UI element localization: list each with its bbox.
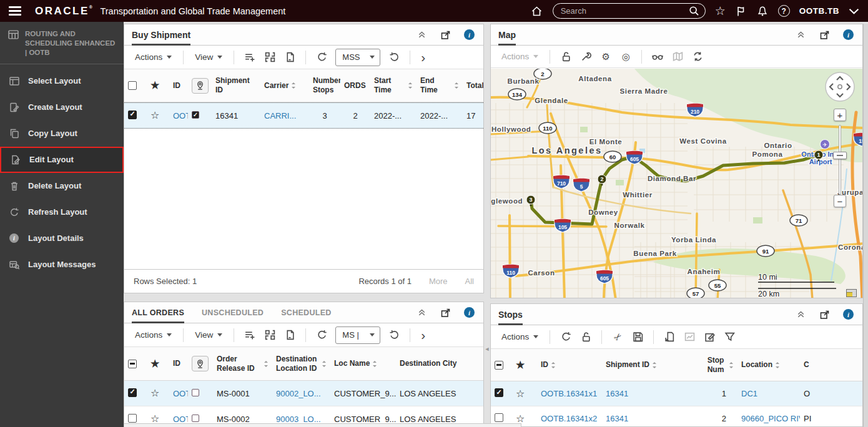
search-input[interactable]: [561, 6, 689, 16]
col-location[interactable]: Location: [737, 358, 800, 372]
destination-location-link[interactable]: 90002_LO...: [272, 389, 330, 398]
col-shipment-id[interactable]: Shipment ID: [602, 358, 665, 372]
map-layers-icon[interactable]: [668, 49, 688, 65]
glasses-icon[interactable]: [648, 49, 668, 65]
chart-icon[interactable]: [679, 329, 699, 345]
saved-search-select[interactable]: MSS: [335, 49, 380, 66]
shipment-id-link[interactable]: OOTB...: [169, 111, 188, 120]
pin-checkbox[interactable]: [192, 415, 199, 422]
refresh-icon[interactable]: [312, 49, 332, 66]
sidebar-item-create-layout[interactable]: Create Layout: [0, 94, 124, 120]
col-stop-num[interactable]: Stop Num: [665, 353, 737, 377]
zoom-out-button[interactable]: −: [834, 195, 846, 207]
wrench-icon[interactable]: [576, 49, 596, 65]
favorite-star-icon[interactable]: ☆: [516, 389, 525, 399]
sidebar-item-layout-messages[interactable]: Layout Messages: [0, 252, 124, 278]
search-box[interactable]: [553, 3, 706, 19]
sidebar-item-delete-layout[interactable]: Delete Layout: [0, 173, 124, 199]
select-all-checkbox[interactable]: [128, 81, 137, 90]
col-carrier[interactable]: Carrier: [260, 79, 309, 93]
map-compass-control[interactable]: [824, 71, 856, 103]
refresh-icon[interactable]: [556, 329, 576, 345]
cut-icon[interactable]: ✂: [608, 329, 628, 345]
col-shipment-id[interactable]: Shipment ID: [212, 74, 260, 97]
favorite-star-icon[interactable]: ☆: [516, 414, 525, 424]
popout-icon[interactable]: [819, 30, 829, 40]
tab-all-orders[interactable]: ALL ORDERS: [132, 302, 184, 323]
arrange-icon[interactable]: [260, 49, 280, 66]
popout-icon[interactable]: [819, 310, 829, 320]
user-chevron-icon[interactable]: [849, 8, 859, 14]
reload-icon[interactable]: [384, 49, 404, 66]
shipment-row[interactable]: ☆ OOTB... 16341 CARRI... 3 2 2022-... 20…: [124, 102, 483, 129]
notifications-bell-icon[interactable]: [756, 5, 769, 17]
zoom-slider-track[interactable]: [839, 125, 841, 195]
col-destination-city[interactable]: Destination City: [396, 356, 484, 371]
col-start-time[interactable]: Start Time: [370, 74, 417, 97]
col-order-release-id[interactable]: Order Release ID: [213, 352, 272, 376]
location-link[interactable]: DC1: [737, 389, 800, 398]
settings-gear-icon[interactable]: ⚙: [596, 49, 616, 65]
edit-icon[interactable]: [699, 329, 719, 345]
flag-icon[interactable]: [735, 5, 747, 17]
unlock-icon[interactable]: [556, 49, 576, 65]
refresh-icon[interactable]: [312, 327, 332, 343]
col-end-time[interactable]: End Time: [417, 74, 463, 97]
saved-search-select[interactable]: MS |: [335, 326, 380, 344]
order-id-link[interactable]: OOTB...: [169, 389, 188, 398]
row-checkbox[interactable]: [495, 388, 503, 397]
view-button[interactable]: View: [189, 52, 228, 62]
carrier-link[interactable]: CARRI...: [260, 111, 309, 120]
stop-id-link[interactable]: OOTB.16341x2: [537, 414, 602, 423]
document-icon[interactable]: [280, 49, 300, 66]
sidebar-item-copy-layout[interactable]: Copy Layout: [0, 120, 124, 147]
target-icon[interactable]: ◎: [616, 49, 636, 65]
shipment-id-link[interactable]: 16341: [602, 414, 665, 423]
row-checkbox[interactable]: [128, 388, 137, 397]
col-c[interactable]: C: [800, 358, 863, 372]
location-link[interactable]: 90660_PICO RIVERA: [737, 414, 800, 423]
home-icon[interactable]: [530, 5, 543, 17]
collapse-panel-icon[interactable]: [796, 310, 806, 319]
map-pin-icon[interactable]: [192, 356, 209, 371]
export-icon[interactable]: [659, 329, 679, 345]
reload-icon[interactable]: [384, 327, 404, 343]
scrollbar-strip[interactable]: [863, 24, 868, 427]
info-icon[interactable]: i: [843, 309, 854, 320]
stop-row[interactable]: ☆ OOTB.16341x2 16341 2 90660_PICO RIVERA…: [491, 406, 862, 427]
favorite-star-icon[interactable]: ☆: [150, 388, 159, 398]
menu-icon[interactable]: [9, 6, 21, 16]
help-icon[interactable]: ?: [778, 5, 790, 17]
favorite-column-icon[interactable]: ★: [150, 81, 159, 91]
row-checkbox[interactable]: [128, 414, 137, 423]
search-icon[interactable]: [689, 6, 699, 16]
col-id[interactable]: ID: [169, 356, 188, 371]
more-button[interactable]: More: [429, 277, 448, 286]
order-id-link[interactable]: OOTB...: [169, 415, 188, 424]
info-icon[interactable]: i: [843, 29, 854, 40]
stop-id-link[interactable]: OOTB.16341x1: [537, 389, 602, 398]
info-icon[interactable]: i: [464, 29, 475, 40]
shipment-id-link[interactable]: 16341: [602, 389, 665, 398]
map-canvas[interactable]: 21341106071915755210605710510560511015Bu…: [491, 69, 862, 298]
sidebar-item-select-layout[interactable]: Select Layout: [0, 68, 124, 94]
unlock-icon[interactable]: [576, 329, 596, 345]
col-total-actual-cost[interactable]: Total Actual Cost: [463, 79, 484, 93]
actions-button[interactable]: Actions: [129, 330, 177, 340]
favorite-star-icon[interactable]: ☆: [150, 110, 159, 120]
select-all-checkbox[interactable]: [128, 360, 137, 368]
collapse-panel-icon[interactable]: [796, 30, 806, 39]
popout-icon[interactable]: [440, 30, 450, 40]
destination-location-link[interactable]: 90003_LO...: [272, 415, 330, 424]
col-loc-name[interactable]: Loc Name: [330, 356, 396, 371]
actions-button[interactable]: Actions: [129, 52, 177, 62]
add-list-icon[interactable]: [240, 49, 260, 66]
favorites-star-icon[interactable]: ☆: [715, 5, 726, 17]
popout-icon[interactable]: [440, 308, 450, 318]
row-checkbox[interactable]: [495, 413, 503, 422]
more-chevron-icon[interactable]: ›: [416, 51, 430, 64]
order-row[interactable]: ☆ OOTB... MS-0001 90002_LO... CUSTOMER_9…: [124, 381, 483, 406]
sidebar-item-layout-details[interactable]: i Layout Details: [0, 225, 124, 252]
col-destination-location-id[interactable]: Destination Location ID: [272, 352, 330, 376]
info-icon[interactable]: i: [464, 307, 475, 318]
